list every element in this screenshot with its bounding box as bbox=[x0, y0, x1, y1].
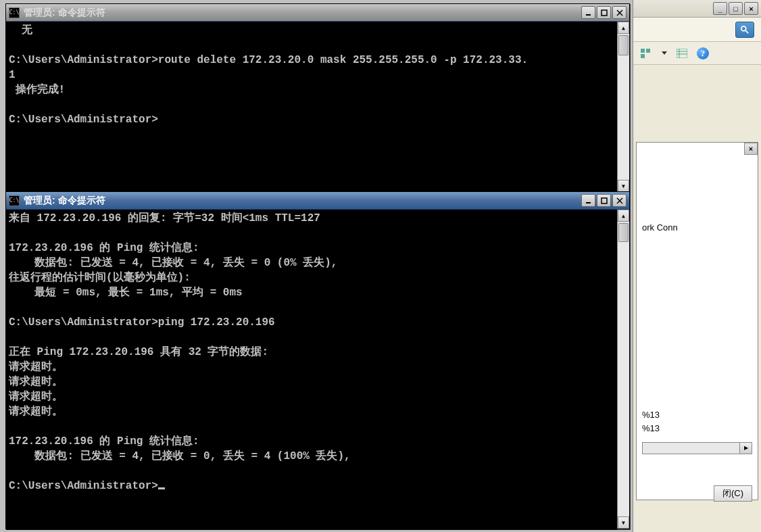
cmd-window-2: C:\ 管理员: 命令提示符 来自 172.23.20.196 的回复: 字节=… bbox=[5, 191, 630, 529]
svg-rect-5 bbox=[677, 49, 687, 58]
cmd2-maximize-button[interactable] bbox=[597, 194, 611, 207]
bg-maximize-button[interactable]: □ bbox=[729, 2, 743, 15]
status-block: %13 %13 ▶ 闭(C) bbox=[642, 408, 752, 502]
scroll-thumb[interactable] bbox=[618, 223, 629, 242]
cmd1-scrollbar[interactable]: ▲ ▼ bbox=[617, 22, 629, 192]
dropdown-arrow-icon[interactable] bbox=[662, 51, 667, 55]
cmd-window-1: C:\ 管理员: 命令提示符 无 C:\Users\Administrator>… bbox=[5, 3, 630, 193]
bg-titlebar: _ □ × bbox=[633, 0, 761, 18]
cmd2-minimize-button[interactable] bbox=[581, 194, 595, 207]
cmd2-scrollbar[interactable]: ▲ ▼ bbox=[617, 210, 629, 529]
svg-point-0 bbox=[741, 26, 746, 30]
bg-search-row bbox=[633, 18, 761, 42]
bg-panel: × ork Conn %13 %13 ▶ 闭(C) bbox=[636, 142, 758, 500]
cmd2-title: 管理员: 命令提示符 bbox=[24, 195, 581, 207]
dialog-close-button[interactable]: 闭(C) bbox=[714, 485, 752, 502]
cmd1-close-button[interactable] bbox=[612, 6, 627, 19]
cmd2-output[interactable]: 来自 172.23.20.196 的回复: 字节=32 时间<1ms TTL=1… bbox=[6, 210, 617, 530]
cmd-icon: C:\ bbox=[9, 195, 20, 206]
views-icon[interactable] bbox=[675, 47, 689, 60]
magnifier-icon bbox=[740, 25, 750, 34]
scroll-thumb[interactable] bbox=[618, 35, 629, 55]
svg-line-1 bbox=[745, 30, 748, 32]
scroll-right-button[interactable]: ▶ bbox=[739, 443, 752, 454]
bg-close-button[interactable]: × bbox=[744, 2, 758, 15]
cmd1-titlebar[interactable]: C:\ 管理员: 命令提示符 bbox=[6, 4, 629, 22]
cmd1-maximize-button[interactable] bbox=[597, 6, 611, 19]
horizontal-scrollbar[interactable]: ▶ bbox=[642, 442, 752, 454]
bg-toolbar: ? bbox=[633, 42, 761, 65]
connection-label: ork Conn bbox=[642, 222, 752, 233]
cmd2-titlebar[interactable]: C:\ 管理员: 命令提示符 bbox=[6, 192, 629, 210]
cmd1-minimize-button[interactable] bbox=[581, 6, 595, 19]
scroll-down-button[interactable]: ▼ bbox=[618, 180, 629, 192]
scroll-up-button[interactable]: ▲ bbox=[618, 210, 629, 222]
cursor bbox=[158, 487, 165, 489]
help-icon[interactable]: ? bbox=[697, 47, 709, 59]
cmd2-close-button[interactable] bbox=[612, 194, 627, 207]
svg-rect-2 bbox=[641, 49, 645, 53]
svg-rect-10 bbox=[602, 10, 607, 16]
background-window: _ □ × ? × ork Conn %13 %13 ▶ 闭(C) bbox=[633, 0, 761, 532]
svg-rect-3 bbox=[646, 49, 650, 53]
cmd1-output[interactable]: 无 C:\Users\Administrator>route delete 17… bbox=[6, 22, 617, 193]
organize-icon[interactable] bbox=[640, 47, 654, 60]
scroll-down-button[interactable]: ▼ bbox=[618, 516, 629, 529]
panel-close-button[interactable]: × bbox=[744, 143, 758, 155]
bg-minimize-button[interactable]: _ bbox=[713, 2, 727, 15]
cmd-icon: C:\ bbox=[9, 7, 20, 18]
cmd1-title: 管理员: 命令提示符 bbox=[24, 7, 581, 19]
svg-rect-4 bbox=[641, 54, 645, 58]
status-line: %13 bbox=[642, 422, 752, 435]
status-line: %13 bbox=[642, 408, 752, 422]
search-button[interactable] bbox=[735, 22, 754, 38]
scroll-up-button[interactable]: ▲ bbox=[618, 22, 629, 34]
svg-rect-14 bbox=[602, 198, 607, 203]
